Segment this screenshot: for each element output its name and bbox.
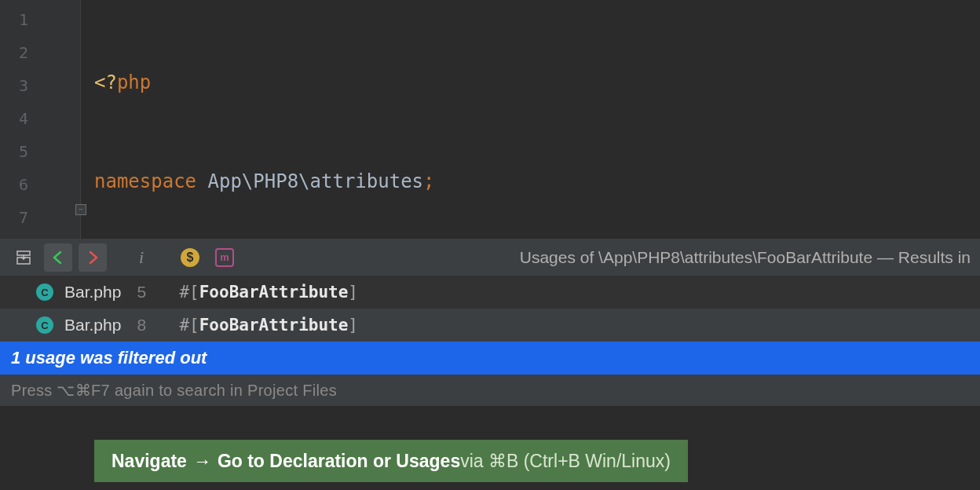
indent-guide [80, 0, 81, 239]
usage-row[interactable]: C Bar.php 5 #[FooBarAttribute] [0, 276, 980, 309]
open-in-tool-window-button[interactable] [9, 243, 38, 272]
filtered-usages-label: 1 usage was filtered out [11, 348, 207, 368]
snippet-pre: #[ [179, 316, 199, 335]
class-file-icon: C [36, 316, 53, 334]
tip-banner: Navigate → Go to Declaration or Usages v… [94, 440, 688, 482]
code-line: <?php [94, 66, 980, 99]
line-number: 4 [0, 102, 80, 135]
info-button[interactable]: i [127, 243, 155, 272]
usage-snippet: #[FooBarAttribute] [179, 316, 358, 335]
line-number: 6 [0, 168, 80, 201]
line-number: 2 [0, 36, 80, 69]
next-occurrence-button[interactable] [79, 243, 107, 272]
search-hint: Press ⌥⌘F7 again to search in Project Fi… [0, 375, 980, 406]
usage-results: C Bar.php 5 #[FooBarAttribute] C Bar.php… [0, 276, 980, 342]
usage-line: 8 [137, 316, 160, 335]
usage-row[interactable]: C Bar.php 8 #[FooBarAttribute] [0, 309, 980, 342]
semicolon: ; [423, 170, 434, 192]
usage-file: Bar.php [64, 283, 121, 302]
line-number: 7 [0, 201, 80, 234]
tip-menu: Navigate [112, 451, 187, 472]
method-icon: m [215, 248, 234, 267]
editor-gutter: 1 2 3 4 5 6 7 [0, 0, 80, 239]
code-line: namespace App\PHP8\attributes; [94, 165, 980, 198]
filter-usages-button[interactable]: $ [176, 243, 204, 272]
keyword-namespace: namespace [94, 170, 208, 192]
open-find-window-icon [16, 250, 31, 265]
snippet-match: FooBarAttribute [199, 316, 349, 335]
find-usages-popup: i $ m Usages of \App\PHP8\attributes\Foo… [0, 239, 980, 406]
usage-file: Bar.php [64, 316, 121, 335]
line-number: 1 [0, 3, 80, 36]
code-editor[interactable]: 1 2 3 4 5 6 7 − <?php namespace App\PHP8… [0, 0, 980, 239]
search-hint-label: Press ⌥⌘F7 again to search in Project Fi… [11, 381, 337, 400]
arrow-right-icon: → [193, 451, 211, 472]
snippet-post: ] [348, 316, 358, 335]
info-icon: i [139, 247, 144, 268]
prev-occurrence-button[interactable] [44, 243, 72, 272]
next-occurrence-icon [84, 249, 101, 266]
php-open-tag: <? [94, 71, 117, 93]
php-keyword: php [117, 71, 151, 93]
popup-toolbar: i $ m Usages of \App\PHP8\attributes\Foo… [0, 239, 980, 276]
line-number: 3 [0, 69, 80, 102]
tip-action: Go to Declaration or Usages [218, 451, 460, 472]
prev-occurrence-icon [49, 249, 67, 266]
dollar-icon: $ [181, 248, 199, 267]
filter-method-button[interactable]: m [210, 243, 239, 272]
tip-shortcut: via ⌘B (Ctrl+B Win/Linux) [460, 451, 671, 472]
usage-snippet: #[FooBarAttribute] [179, 283, 358, 302]
snippet-match: FooBarAttribute [199, 283, 349, 302]
usage-line: 5 [137, 283, 160, 302]
snippet-post: ] [348, 283, 358, 302]
fold-icon[interactable]: − [75, 204, 86, 215]
line-number: 5 [0, 135, 80, 168]
namespace-path: App\PHP8\attributes [208, 170, 424, 192]
snippet-pre: #[ [179, 283, 199, 302]
popup-title: Usages of \App\PHP8\attributes\FooBarAtt… [245, 248, 971, 267]
filtered-usages-bar[interactable]: 1 usage was filtered out [0, 342, 980, 375]
code-area[interactable]: <?php namespace App\PHP8\attributes; use… [94, 0, 980, 239]
class-file-icon: C [36, 283, 53, 301]
